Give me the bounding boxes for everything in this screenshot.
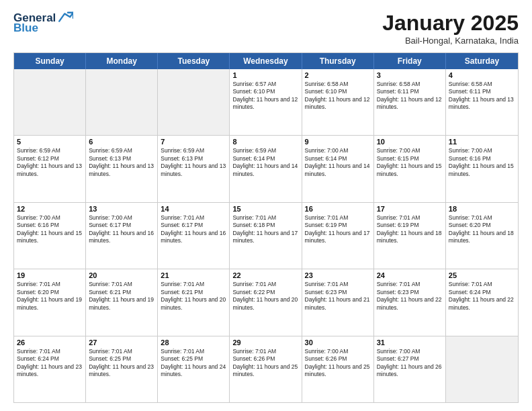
day-cell xyxy=(446,336,518,402)
day-info: Sunrise: 7:00 AMSunset: 6:14 PMDaylight:… xyxy=(305,147,371,178)
day-info: Sunrise: 6:59 AMSunset: 6:13 PMDaylight:… xyxy=(161,147,226,178)
week-row-3: 12Sunrise: 7:00 AMSunset: 6:16 PMDayligh… xyxy=(14,203,518,269)
day-info: Sunrise: 7:01 AMSunset: 6:25 PMDaylight:… xyxy=(89,348,154,379)
day-number: 15 xyxy=(232,205,298,213)
day-info: Sunrise: 7:01 AMSunset: 6:19 PMDaylight:… xyxy=(305,214,371,245)
month-title: January 2025 xyxy=(382,11,519,36)
day-info: Sunrise: 6:59 AMSunset: 6:13 PMDaylight:… xyxy=(89,147,154,178)
day-header-friday: Friday xyxy=(374,53,446,69)
calendar-body: 1Sunrise: 6:57 AMSunset: 6:10 PMDaylight… xyxy=(14,69,518,402)
day-cell: 3Sunrise: 6:58 AMSunset: 6:11 PMDaylight… xyxy=(374,69,446,135)
day-info: Sunrise: 6:59 AMSunset: 6:12 PMDaylight:… xyxy=(17,147,83,178)
day-cell: 1Sunrise: 6:57 AMSunset: 6:10 PMDaylight… xyxy=(230,69,302,135)
day-info: Sunrise: 7:01 AMSunset: 6:20 PMDaylight:… xyxy=(449,214,515,245)
day-cell: 15Sunrise: 7:01 AMSunset: 6:18 PMDayligh… xyxy=(230,203,302,269)
day-info: Sunrise: 6:58 AMSunset: 6:11 PMDaylight:… xyxy=(377,81,443,111)
day-cell: 4Sunrise: 6:58 AMSunset: 6:11 PMDaylight… xyxy=(446,69,518,135)
day-info: Sunrise: 7:00 AMSunset: 6:16 PMDaylight:… xyxy=(17,214,83,245)
day-cell: 24Sunrise: 7:01 AMSunset: 6:23 PMDayligh… xyxy=(374,269,446,335)
day-cell: 13Sunrise: 7:00 AMSunset: 6:17 PMDayligh… xyxy=(86,203,158,269)
day-header-wednesday: Wednesday xyxy=(230,53,302,69)
day-cell: 14Sunrise: 7:01 AMSunset: 6:17 PMDayligh… xyxy=(158,203,230,269)
day-cell: 7Sunrise: 6:59 AMSunset: 6:13 PMDaylight… xyxy=(158,136,230,201)
day-info: Sunrise: 7:01 AMSunset: 6:21 PMDaylight:… xyxy=(89,281,154,312)
day-cell: 16Sunrise: 7:01 AMSunset: 6:19 PMDayligh… xyxy=(302,203,374,269)
day-header-tuesday: Tuesday xyxy=(158,53,230,69)
day-number: 21 xyxy=(161,271,226,279)
day-cell: 10Sunrise: 7:00 AMSunset: 6:15 PMDayligh… xyxy=(374,136,446,201)
day-info: Sunrise: 7:00 AMSunset: 6:17 PMDaylight:… xyxy=(89,214,154,245)
day-number: 14 xyxy=(161,205,226,213)
page-header: General Blue January 2025 Bail-Hongal, K… xyxy=(13,11,519,46)
calendar: SundayMondayTuesdayWednesdayThursdayFrid… xyxy=(13,52,519,403)
day-info: Sunrise: 7:01 AMSunset: 6:23 PMDaylight:… xyxy=(377,281,443,312)
day-number: 29 xyxy=(232,338,298,347)
day-info: Sunrise: 7:01 AMSunset: 6:24 PMDaylight:… xyxy=(449,281,515,312)
day-header-sunday: Sunday xyxy=(14,53,86,69)
day-number: 19 xyxy=(17,271,83,279)
day-cell: 19Sunrise: 7:01 AMSunset: 6:20 PMDayligh… xyxy=(14,269,86,335)
day-info: Sunrise: 6:57 AMSunset: 6:10 PMDaylight:… xyxy=(232,81,298,111)
day-number: 4 xyxy=(449,71,515,79)
day-number: 11 xyxy=(449,138,515,146)
logo-blue: Blue xyxy=(13,21,38,35)
day-number: 27 xyxy=(89,338,154,347)
day-cell: 29Sunrise: 7:01 AMSunset: 6:26 PMDayligh… xyxy=(230,336,302,402)
day-number: 12 xyxy=(17,205,83,213)
day-number: 24 xyxy=(377,271,443,279)
logo: General Blue xyxy=(13,11,73,35)
logo-icon xyxy=(57,11,73,24)
day-info: Sunrise: 6:58 AMSunset: 6:10 PMDaylight:… xyxy=(305,81,371,111)
day-number: 26 xyxy=(17,338,83,347)
day-cell: 20Sunrise: 7:01 AMSunset: 6:21 PMDayligh… xyxy=(86,269,158,335)
day-info: Sunrise: 7:01 AMSunset: 6:17 PMDaylight:… xyxy=(161,214,226,245)
day-number: 5 xyxy=(17,138,83,146)
title-block: January 2025 Bail-Hongal, Karnataka, Ind… xyxy=(382,11,519,46)
day-number: 16 xyxy=(305,205,371,213)
day-cell: 28Sunrise: 7:01 AMSunset: 6:25 PMDayligh… xyxy=(158,336,230,402)
week-row-1: 1Sunrise: 6:57 AMSunset: 6:10 PMDaylight… xyxy=(14,69,518,136)
day-cell: 23Sunrise: 7:01 AMSunset: 6:23 PMDayligh… xyxy=(302,269,374,335)
day-cell: 31Sunrise: 7:00 AMSunset: 6:27 PMDayligh… xyxy=(374,336,446,402)
day-number: 25 xyxy=(449,271,515,279)
day-info: Sunrise: 7:01 AMSunset: 6:26 PMDaylight:… xyxy=(232,348,298,379)
day-cell xyxy=(14,69,86,135)
week-row-2: 5Sunrise: 6:59 AMSunset: 6:12 PMDaylight… xyxy=(14,136,518,202)
day-number: 2 xyxy=(305,71,371,79)
day-number: 3 xyxy=(377,71,443,79)
day-number: 9 xyxy=(305,138,371,146)
day-info: Sunrise: 7:01 AMSunset: 6:19 PMDaylight:… xyxy=(377,214,443,245)
day-cell: 21Sunrise: 7:01 AMSunset: 6:21 PMDayligh… xyxy=(158,269,230,335)
day-cell: 30Sunrise: 7:00 AMSunset: 6:26 PMDayligh… xyxy=(302,336,374,402)
day-info: Sunrise: 7:01 AMSunset: 6:23 PMDaylight:… xyxy=(305,281,371,312)
day-cell: 17Sunrise: 7:01 AMSunset: 6:19 PMDayligh… xyxy=(374,203,446,269)
day-cell: 6Sunrise: 6:59 AMSunset: 6:13 PMDaylight… xyxy=(86,136,158,201)
day-number: 23 xyxy=(305,271,371,279)
day-info: Sunrise: 7:01 AMSunset: 6:21 PMDaylight:… xyxy=(161,281,226,312)
day-cell: 11Sunrise: 7:00 AMSunset: 6:16 PMDayligh… xyxy=(446,136,518,201)
day-cell: 18Sunrise: 7:01 AMSunset: 6:20 PMDayligh… xyxy=(446,203,518,269)
week-row-5: 26Sunrise: 7:01 AMSunset: 6:24 PMDayligh… xyxy=(14,336,518,402)
day-cell: 2Sunrise: 6:58 AMSunset: 6:10 PMDaylight… xyxy=(302,69,374,135)
day-cell: 25Sunrise: 7:01 AMSunset: 6:24 PMDayligh… xyxy=(446,269,518,335)
day-info: Sunrise: 7:01 AMSunset: 6:24 PMDaylight:… xyxy=(17,348,83,379)
day-number: 30 xyxy=(305,338,371,347)
day-number: 20 xyxy=(89,271,154,279)
day-headers: SundayMondayTuesdayWednesdayThursdayFrid… xyxy=(14,53,518,69)
day-cell: 12Sunrise: 7:00 AMSunset: 6:16 PMDayligh… xyxy=(14,203,86,269)
day-number: 8 xyxy=(232,138,298,146)
day-number: 22 xyxy=(232,271,298,279)
day-header-monday: Monday xyxy=(86,53,158,69)
day-info: Sunrise: 7:00 AMSunset: 6:15 PMDaylight:… xyxy=(377,147,443,178)
day-info: Sunrise: 6:58 AMSunset: 6:11 PMDaylight:… xyxy=(449,81,515,111)
day-number: 31 xyxy=(377,338,443,347)
day-cell xyxy=(86,69,158,135)
day-info: Sunrise: 7:00 AMSunset: 6:16 PMDaylight:… xyxy=(449,147,515,178)
day-number: 17 xyxy=(377,205,443,213)
day-info: Sunrise: 7:00 AMSunset: 6:27 PMDaylight:… xyxy=(377,348,443,379)
day-number: 1 xyxy=(232,71,298,79)
week-row-4: 19Sunrise: 7:01 AMSunset: 6:20 PMDayligh… xyxy=(14,269,518,336)
day-info: Sunrise: 6:59 AMSunset: 6:14 PMDaylight:… xyxy=(232,147,298,178)
day-cell: 26Sunrise: 7:01 AMSunset: 6:24 PMDayligh… xyxy=(14,336,86,402)
day-info: Sunrise: 7:01 AMSunset: 6:22 PMDaylight:… xyxy=(232,281,298,312)
